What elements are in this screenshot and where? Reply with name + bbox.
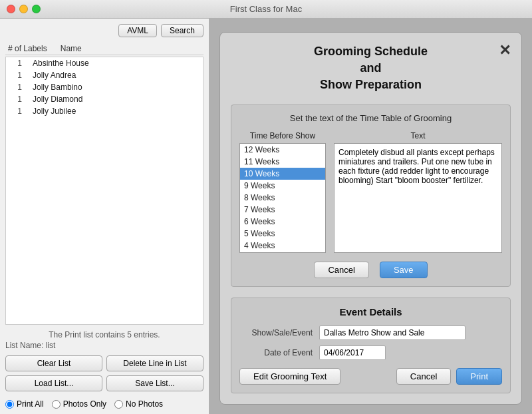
item-name: Absinthe House [33,59,200,68]
print-all-radio[interactable] [5,400,14,409]
grooming-subtitle: Set the text of the Time Table of Groomi… [239,113,502,123]
toolbar: AVML Search [5,24,203,37]
item-name: Jolly Diamond [33,95,200,104]
count-col-header: # of Labels [8,44,47,53]
footer-right-buttons: Cancel Print [396,368,502,385]
no-photos-option[interactable]: No Photos [114,399,163,409]
maximize-button[interactable] [32,5,41,13]
text-column: Text [334,131,502,255]
no-photos-radio[interactable] [114,400,123,409]
load-list-button[interactable]: Load List... [5,375,102,391]
minimize-button[interactable] [19,5,28,13]
date-label: Date of Event [239,348,319,357]
name-col-header: Name [61,44,82,53]
date-input[interactable] [319,345,386,360]
list-item[interactable]: 1Absinthe House [6,57,203,69]
date-row: Date of Event [239,345,502,360]
list-info: The Print list contains 5 entries. [5,330,203,339]
photos-only-label: Photos Only [63,399,106,409]
title-bar: First Class for Mac [0,0,532,19]
item-name: Jolly Andrea [33,71,200,80]
item-count: 1 [9,106,22,116]
week-item[interactable]: 7 Weeks [240,204,325,216]
show-sale-row: Show/Sale/Event [239,325,502,340]
event-details-title: Event Details [239,306,502,317]
no-photos-label: No Photos [126,399,163,409]
text-header: Text [334,131,502,140]
modal-title-line3: Show Preparation [320,78,422,91]
weeks-list[interactable]: 12 Weeks11 Weeks10 Weeks9 Weeks8 Weeks7 … [239,143,326,253]
week-item[interactable]: 11 Weeks [240,156,325,168]
week-item[interactable]: 12 Weeks [240,144,325,156]
modal: Grooming Schedule and Show Preparation ✕… [219,32,522,405]
event-cancel-button[interactable]: Cancel [396,368,451,385]
week-item[interactable]: 5 Weeks [240,228,325,240]
search-button[interactable]: Search [161,24,203,37]
show-sale-label: Show/Sale/Event [239,328,319,337]
week-item[interactable]: 4 Weeks [240,240,325,252]
week-item[interactable]: 9 Weeks [240,180,325,192]
item-count: 1 [9,71,22,80]
grooming-columns: Time Before Show 12 Weeks11 Weeks10 Week… [239,131,502,255]
list-name-label: List Name: list [5,341,203,350]
grooming-actions: Cancel Save [239,262,502,278]
grooming-section: Set the text of the Time Table of Groomi… [231,104,511,287]
week-item[interactable]: 3 Weeks [240,252,325,253]
list-item[interactable]: 1Jolly Andrea [6,69,203,81]
list-item[interactable]: 1Jolly Diamond [6,93,203,105]
week-item[interactable]: 6 Weeks [240,216,325,228]
list-header: # of Labels Name [5,43,203,55]
window-title: First Class for Mac [230,4,302,14]
show-sale-input[interactable] [319,325,466,340]
week-item[interactable]: 8 Weeks [240,192,325,204]
delete-line-button[interactable]: Delete Line in List [106,355,203,371]
clear-list-button[interactable]: Clear List [5,355,102,371]
item-count: 1 [9,59,22,68]
grooming-text-area[interactable] [334,143,502,253]
save-list-button[interactable]: Save List... [106,375,203,391]
item-count: 1 [9,95,22,104]
list-item[interactable]: 1Jolly Jubilee [6,105,203,117]
modal-title-line2: and [360,61,381,75]
grooming-cancel-button[interactable]: Cancel [314,262,368,278]
week-item[interactable]: 10 Weeks [240,168,325,180]
modal-title-line1: Grooming Schedule [314,45,428,58]
window-controls [7,5,41,13]
photos-only-radio[interactable] [52,400,61,409]
modal-header: Grooming Schedule and Show Preparation ✕ [231,43,511,94]
close-button[interactable] [7,5,15,13]
event-section: Event Details Show/Sale/Event Date of Ev… [231,298,511,393]
right-panel: Grooming Schedule and Show Preparation ✕… [209,19,532,414]
item-name: Jolly Jubilee [33,106,200,116]
edit-grooming-text-button[interactable]: Edit Grooming Text [239,368,340,385]
time-before-show-header: Time Before Show [239,131,326,140]
action-buttons: Clear List Delete Line in List Load List… [5,355,203,391]
event-footer: Edit Grooming Text Cancel Print [239,368,502,385]
print-all-label: Print All [17,399,44,409]
left-panel: AVML Search # of Labels Name 1Absinthe H… [0,19,209,414]
photos-only-option[interactable]: Photos Only [52,399,106,409]
grooming-save-button[interactable]: Save [380,262,428,278]
items-list[interactable]: 1Absinthe House1Jolly Andrea1Jolly Bambi… [5,57,203,325]
print-mode-group: Print All Photos Only No Photos [5,399,203,409]
print-button[interactable]: Print [456,368,502,385]
print-all-option[interactable]: Print All [5,399,44,409]
avml-button[interactable]: AVML [118,24,157,37]
item-name: Jolly Bambino [33,83,200,92]
modal-title: Grooming Schedule and Show Preparation [231,43,511,94]
item-count: 1 [9,83,22,92]
modal-close-button[interactable]: ✕ [499,43,511,58]
list-item[interactable]: 1Jolly Bambino [6,81,203,93]
main-content: AVML Search # of Labels Name 1Absinthe H… [0,19,532,414]
weeks-column: Time Before Show 12 Weeks11 Weeks10 Week… [239,131,326,255]
